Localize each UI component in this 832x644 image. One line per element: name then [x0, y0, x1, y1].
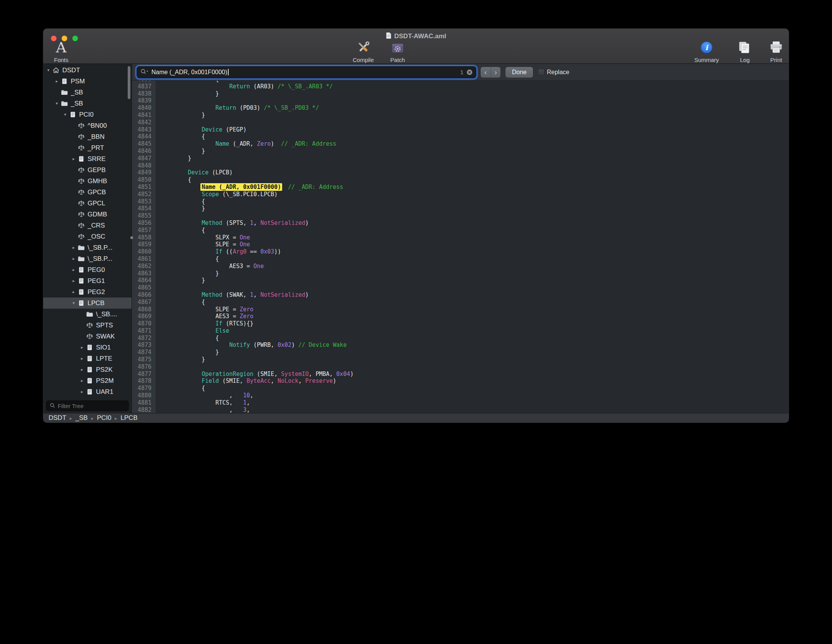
fonts-letter-icon: A: [54, 39, 68, 56]
replace-label[interactable]: Replace: [547, 69, 569, 76]
code-line-content: Scope (\_SB.PCI0.LPCB): [156, 191, 278, 198]
disclosure-right-icon[interactable]: ▸: [79, 367, 85, 372]
code-token: ,: [160, 392, 243, 399]
sidebar-item-peg1[interactable]: ▸PEG1: [43, 275, 132, 286]
sidebar-item-_sb[interactable]: \_SB....: [43, 309, 132, 320]
code-line: 4865: [132, 284, 789, 291]
code-token: [160, 169, 188, 176]
sidebar-splitter-handle[interactable]: [130, 236, 133, 239]
disclosure-down-icon[interactable]: ▾: [71, 301, 76, 306]
summary-toolbar-button[interactable]: iSummary: [694, 39, 719, 63]
document-icon: [78, 156, 85, 162]
line-number: 4873: [132, 342, 156, 349]
sidebar-item-psm[interactable]: ▸PSM: [43, 76, 132, 87]
sidebar-item-_sb[interactable]: ▾_SB: [43, 98, 132, 109]
printer-icon: [769, 39, 784, 56]
done-button[interactable]: Done: [505, 67, 533, 78]
document-icon: [78, 300, 85, 306]
code-token: }: [160, 205, 205, 212]
sidebar-item-sio1[interactable]: ▸SIO1: [43, 342, 132, 353]
sidebar-item-_sb[interactable]: _SB: [43, 87, 132, 98]
breadcrumb-item[interactable]: DSDT: [49, 414, 66, 422]
sidebar-tree[interactable]: ▾DSDT▸PSM_SB▾_SB▾PCI0^BN00_BBN_PRT▸SRREG…: [43, 64, 132, 398]
breadcrumb-item[interactable]: LPCB: [120, 414, 137, 422]
sidebar-item-peg0[interactable]: ▸PEG0: [43, 264, 132, 275]
code-line-content: [156, 284, 160, 291]
sidebar-item-_prt[interactable]: _PRT: [43, 142, 132, 153]
code-token: {: [160, 385, 205, 392]
breadcrumb-item[interactable]: PCI0: [97, 414, 111, 422]
sidebar-item-lpcb[interactable]: ▾LPCB: [43, 298, 132, 309]
sidebar-item-swak[interactable]: SWAK: [43, 331, 132, 342]
sidebar-item-uar1[interactable]: ▸UAR1: [43, 386, 132, 397]
next-match-button[interactable]: ›: [491, 67, 500, 78]
code-token: ,: [298, 377, 305, 384]
sidebar-item-_crs[interactable]: _CRS: [43, 220, 132, 231]
breadcrumb-separator-icon: ▸: [70, 416, 72, 421]
code-token: Field: [202, 377, 219, 384]
sidebar-item-spts[interactable]: SPTS: [43, 320, 132, 331]
disclosure-down-icon[interactable]: ▾: [62, 112, 68, 117]
disclosure-right-icon[interactable]: ▸: [71, 156, 76, 161]
clear-search-button[interactable]: [466, 69, 473, 75]
disclosure-down-icon[interactable]: ▾: [54, 101, 60, 106]
disclosure-right-icon[interactable]: ▸: [79, 389, 85, 394]
search-magnifier-icon[interactable]: [140, 68, 149, 76]
compile-toolbar-button[interactable]: Compile: [353, 39, 374, 63]
sidebar-item-gepb[interactable]: GEPB: [43, 164, 132, 176]
sidebar-item-_sbp[interactable]: ▸\_SB.P...: [43, 242, 132, 253]
disclosure-right-icon[interactable]: ▸: [71, 267, 76, 272]
sidebar-item-pci0[interactable]: ▾PCI0: [43, 109, 132, 120]
sidebar-item-lpte[interactable]: ▸LPTE: [43, 353, 132, 364]
zoom-window-button[interactable]: [72, 36, 78, 41]
toolbar-item-label: Summary: [694, 57, 719, 63]
line-number: 4850: [132, 176, 156, 184]
code-line: 4844 {: [132, 133, 789, 140]
line-number: 4881: [132, 399, 156, 407]
code-line-content: }: [156, 356, 205, 363]
patch-toolbar-button[interactable]: Patch: [390, 39, 406, 63]
sidebar-item-_bbn[interactable]: _BBN: [43, 131, 132, 142]
code-token: (_ADR,: [229, 140, 257, 147]
code-line: 4874 }: [132, 349, 789, 356]
line-number: 4869: [132, 313, 156, 320]
sidebar-item-_osc[interactable]: _OSC: [43, 231, 132, 242]
sidebar-item-bn00[interactable]: ^BN00: [43, 120, 132, 131]
sidebar-item-ps2m[interactable]: ▸PS2M: [43, 375, 132, 386]
breadcrumb-item[interactable]: _SB: [75, 414, 88, 422]
sidebar-item-dsdt[interactable]: ▾DSDT: [43, 65, 132, 76]
filter-tree-input[interactable]: [46, 401, 128, 411]
sidebar-item-gpcb[interactable]: GPCB: [43, 187, 132, 198]
disclosure-right-icon[interactable]: ▸: [54, 79, 60, 84]
sidebar-item-ps2k[interactable]: ▸PS2K: [43, 364, 132, 375]
disclosure-right-icon[interactable]: ▸: [71, 278, 76, 283]
sidebar-item-gpcl[interactable]: GPCL: [43, 198, 132, 209]
previous-match-button[interactable]: ‹: [481, 67, 491, 78]
disclosure-right-icon[interactable]: ▸: [79, 356, 85, 361]
code-token: /* \_SB_.PD03 */: [264, 104, 319, 111]
line-number: 4874: [132, 349, 156, 356]
sidebar-item-srre[interactable]: ▸SRRE: [43, 153, 132, 164]
disclosure-right-icon[interactable]: ▸: [79, 378, 85, 383]
search-input[interactable]: Name (_ADR, 0x001F0000) 1: [137, 67, 476, 78]
disclosure-right-icon[interactable]: ▸: [71, 256, 76, 261]
sidebar-item-gmhb[interactable]: GMHB: [43, 176, 132, 187]
sidebar-scrollbar-thumb[interactable]: [128, 66, 130, 99]
fonts-toolbar-button[interactable]: AFonts: [54, 39, 68, 63]
folder-icon: [78, 244, 85, 251]
code-line-content: }: [156, 205, 205, 212]
code-editor[interactable]: 4836 {4837 Return (AR03) /* \_SB_.AR03 *…: [132, 81, 789, 413]
line-number: 4856: [132, 220, 156, 227]
sidebar-item-peg2[interactable]: ▸PEG2: [43, 286, 132, 298]
disclosure-right-icon[interactable]: ▸: [79, 345, 85, 350]
disclosure-right-icon[interactable]: ▸: [71, 289, 76, 294]
log-toolbar-button[interactable]: Log: [737, 39, 752, 63]
print-toolbar-button[interactable]: Print: [769, 39, 784, 63]
sidebar-item-label: GDMB: [88, 211, 107, 218]
replace-checkbox[interactable]: [538, 69, 544, 75]
sidebar-item-_sbp[interactable]: ▸\_SB.P...: [43, 253, 132, 264]
line-number: 4863: [132, 270, 156, 277]
disclosure-down-icon[interactable]: ▾: [46, 68, 51, 73]
sidebar-item-gdmb[interactable]: GDMB: [43, 209, 132, 220]
disclosure-right-icon[interactable]: ▸: [71, 245, 76, 250]
